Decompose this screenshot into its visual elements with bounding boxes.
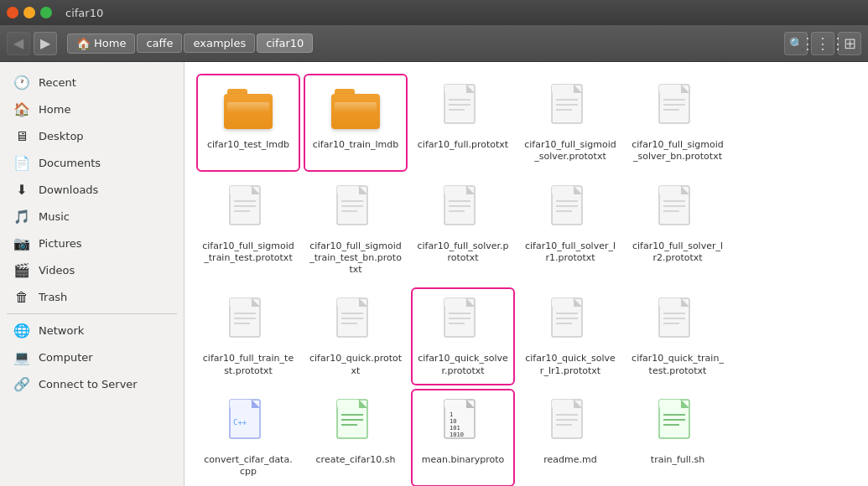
svg-rect-62: [444, 298, 466, 307]
doc-icon-wrap: [436, 184, 490, 237]
sidebar: 🕐 Recent 🏠 Home 🖥 Desktop 📄 Documents ⬇ …: [0, 62, 185, 486]
document-svg: [441, 83, 485, 135]
file-item-readme[interactable]: readme.md: [520, 390, 621, 485]
sidebar-item-recent[interactable]: 🕐 Recent: [3, 70, 180, 96]
svg-rect-32: [444, 186, 466, 194]
sidebar-connect-label: Connect to Server: [39, 378, 138, 390]
breadcrumb-cifar10[interactable]: cifar10: [257, 34, 313, 53]
home-sidebar-icon: 🏠: [13, 101, 30, 117]
svg-rect-103: [659, 400, 681, 408]
sidebar-item-documents[interactable]: 📄 Documents: [3, 150, 180, 176]
file-item-full-solver-lr2[interactable]: cifar10_full_solver_lr2.prototxt: [627, 177, 728, 283]
breadcrumb-caffe[interactable]: caffe: [137, 34, 182, 53]
file-label: convert_cifar_data.cpp: [202, 454, 294, 478]
sh-icon-wrap: [651, 397, 704, 451]
minimize-button[interactable]: [23, 7, 35, 18]
file-item-quick-prototxt[interactable]: cifar10_quick.prototxt: [305, 289, 406, 384]
file-label: readme.md: [543, 454, 596, 466]
pictures-icon: 📷: [13, 235, 30, 251]
breadcrumb: 🏠 Home caffe examples cifar10: [67, 34, 313, 54]
titlebar-buttons[interactable]: [7, 7, 52, 18]
sidebar-recent-label: Recent: [39, 76, 76, 89]
doc-icon-wrap: [651, 82, 704, 136]
svg-rect-26: [337, 186, 359, 194]
file-item-train-full-sh[interactable]: train_full.sh: [627, 390, 728, 485]
file-item-create-cifar10-sh[interactable]: create_cifar10.sh: [305, 390, 406, 485]
sidebar-item-computer[interactable]: 💻 Computer: [3, 344, 180, 370]
window-title: cifar10: [65, 7, 103, 19]
grid-view-button[interactable]: ⊞: [838, 32, 861, 55]
file-item-cifar10-full-prototxt[interactable]: cifar10_full.prototxt: [413, 75, 513, 170]
document-svg: [548, 184, 592, 236]
sidebar-videos-label: Videos: [39, 264, 75, 277]
breadcrumb-examples[interactable]: examples: [184, 34, 255, 53]
file-label: train_full.sh: [651, 454, 704, 466]
svg-rect-14: [659, 85, 681, 93]
file-item-full-train-test[interactable]: cifar10_full_train_test.prototxt: [198, 289, 299, 384]
sidebar-item-music[interactable]: 🎵 Music: [3, 204, 180, 230]
document-svg: [441, 184, 485, 236]
svg-rect-97: [552, 400, 574, 408]
file-area[interactable]: cifar10_test_lmdb cifar10_train_lmdb: [185, 62, 868, 486]
file-item-full-solver[interactable]: cifar10_full_solver.prototxt: [413, 177, 513, 283]
main-area: 🕐 Recent 🏠 Home 🖥 Desktop 📄 Documents ⬇ …: [0, 62, 868, 486]
file-label: cifar10_quick_solver_lr1.prototxt: [524, 353, 616, 377]
file-item-cifar10-full-sigmoid-solver[interactable]: cifar10_full_sigmoid_solver.prototxt: [520, 75, 621, 170]
doc-icon-wrap: [543, 184, 597, 237]
file-label: cifar10_test_lmdb: [207, 139, 289, 151]
file-item-quick-solver-lr1[interactable]: cifar10_quick_solver_lr1.prototxt: [520, 289, 621, 384]
folder-icon-wrap2: [329, 82, 382, 136]
computer-icon: 💻: [13, 349, 30, 365]
downloads-icon: ⬇: [13, 182, 30, 198]
network-icon: 🌐: [13, 323, 30, 339]
doc-icon-wrap: [329, 184, 382, 237]
sidebar-item-videos[interactable]: 🎬 Videos: [3, 257, 180, 283]
file-item-cifar10-test-lmdb[interactable]: cifar10_test_lmdb: [198, 75, 299, 170]
sidebar-item-pictures[interactable]: 📷 Pictures: [3, 230, 180, 256]
maximize-button[interactable]: [40, 7, 52, 18]
svg-rect-50: [230, 298, 252, 307]
file-item-convert-cifar[interactable]: C++ convert_cifar_data.cpp: [198, 390, 299, 485]
back-button[interactable]: ◀: [7, 32, 30, 55]
breadcrumb-home-label: Home: [94, 37, 126, 49]
file-item-quick-solver[interactable]: cifar10_quick_solver.prototxt: [413, 289, 513, 384]
forward-button[interactable]: ▶: [34, 32, 57, 55]
file-item-mean-binaryproto[interactable]: 1 10 101 1010 mean.binaryproto: [413, 390, 513, 485]
sidebar-network-label: Network: [39, 324, 84, 337]
doc-icon-wrap: [543, 397, 597, 451]
binary-svg: 1 10 101 1010: [441, 398, 485, 450]
doc-icon-wrap: [651, 184, 704, 237]
toolbar: ◀ ▶ 🏠 Home caffe examples cifar10 🔍 ⋮⋮⋮ …: [0, 25, 868, 62]
breadcrumb-home[interactable]: 🏠 Home: [67, 34, 135, 54]
breadcrumb-examples-label: examples: [193, 37, 246, 49]
sidebar-item-desktop[interactable]: 🖥 Desktop: [3, 123, 180, 149]
sidebar-item-home[interactable]: 🏠 Home: [3, 96, 180, 122]
file-item-quick-train-test[interactable]: cifar10_quick_train_test.prototxt: [627, 289, 728, 384]
svg-rect-44: [659, 186, 681, 194]
file-item-cifar10-full-sigmoid-solver-bn[interactable]: cifar10_full_sigmoid_solver_bn.prototxt: [627, 75, 728, 170]
file-label: cifar10_quick_train_test.prototxt: [632, 353, 724, 377]
file-item-sigmoid-train-test-bn[interactable]: cifar10_full_sigmoid_train_test_bn.proto…: [305, 177, 406, 283]
sidebar-item-downloads[interactable]: ⬇ Downloads: [3, 177, 180, 203]
file-label: cifar10_full_sigmoid_train_test_bn.proto…: [309, 240, 402, 277]
sidebar-item-connect[interactable]: 🔗 Connect to Server: [3, 371, 180, 397]
connect-icon: 🔗: [13, 376, 30, 392]
svg-rect-38: [552, 186, 574, 194]
svg-rect-20: [230, 186, 252, 194]
file-label: cifar10_quick.prototxt: [309, 353, 402, 377]
close-button[interactable]: [7, 7, 18, 18]
svg-rect-8: [552, 85, 574, 93]
doc-icon-wrap: [436, 296, 490, 349]
doc-icon-wrap: [543, 296, 597, 349]
file-label: cifar10_full_solver_lr1.prototxt: [524, 240, 616, 265]
document-svg: [656, 297, 699, 349]
list-view-button[interactable]: ⋮⋮⋮: [811, 32, 834, 55]
document-svg: [656, 83, 699, 135]
sidebar-item-trash[interactable]: 🗑 Trash: [3, 284, 180, 310]
file-item-cifar10-train-lmdb[interactable]: cifar10_train_lmdb: [305, 75, 406, 170]
sidebar-music-label: Music: [39, 210, 70, 223]
sidebar-item-network[interactable]: 🌐 Network: [3, 318, 180, 344]
file-item-full-solver-lr1[interactable]: cifar10_full_solver_lr1.prototxt: [520, 177, 621, 283]
file-item-sigmoid-train-test[interactable]: cifar10_full_sigmoid_train_test.prototxt: [198, 177, 299, 283]
file-label: cifar10_full_sigmoid_train_test.prototxt: [202, 240, 294, 265]
